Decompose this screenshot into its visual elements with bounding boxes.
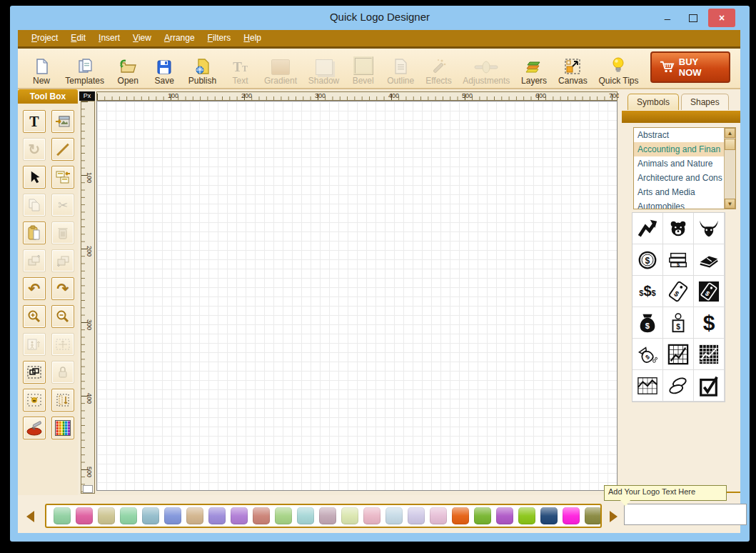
color-swatch[interactable]: [518, 507, 535, 524]
symbol-checkbox[interactable]: [694, 370, 725, 402]
toolbar-gradient-button[interactable]: Gradient: [265, 56, 297, 86]
scrollbar-thumb[interactable]: [725, 139, 735, 150]
color-swatch[interactable]: [385, 507, 403, 524]
tool-rotate[interactable]: ↻: [23, 138, 46, 161]
tool-fill-color[interactable]: [23, 417, 46, 439]
toolbar-layers-button[interactable]: Layers: [522, 56, 547, 86]
tool-lock[interactable]: [51, 361, 74, 384]
category-abstract[interactable]: Abstract: [634, 128, 735, 142]
color-swatch[interactable]: [363, 507, 380, 524]
symbol-coins[interactable]: [663, 370, 694, 402]
tool-line[interactable]: [51, 138, 74, 161]
tool-align-objects[interactable]: [51, 389, 74, 412]
category-accounting-finance[interactable]: Accounting and Finan: [634, 142, 735, 156]
symbol-cash-bundle[interactable]: [694, 244, 725, 276]
tool-redo[interactable]: ↷: [51, 277, 74, 300]
color-swatch[interactable]: [76, 507, 93, 524]
scroll-up-arrow[interactable]: ▲: [725, 128, 735, 138]
symbol-stock-chart[interactable]: [663, 339, 694, 370]
tool-marquee-select[interactable]: [23, 361, 46, 384]
color-swatch[interactable]: [496, 507, 513, 524]
swatch-scroll-left-arrow[interactable]: [26, 511, 34, 522]
color-swatch[interactable]: [408, 507, 425, 524]
toolbar-bevel-button[interactable]: Bevel: [351, 56, 376, 86]
symbol-price-tag[interactable]: $: [663, 276, 694, 307]
color-swatch[interactable]: [186, 507, 203, 524]
color-swatch[interactable]: [208, 507, 226, 524]
symbol-money-bag[interactable]: $: [632, 307, 663, 339]
maximize-button[interactable]: [682, 9, 704, 26]
tool-color-palette[interactable]: [51, 417, 74, 439]
color-swatch[interactable]: [253, 507, 270, 524]
buy-now-button[interactable]: BUY NOW: [650, 51, 730, 83]
close-button[interactable]: ×: [708, 9, 735, 27]
tool-delete[interactable]: [51, 221, 74, 244]
color-swatch[interactable]: [54, 507, 71, 524]
symbol-dollar-sign[interactable]: $: [694, 307, 725, 339]
menu-view[interactable]: View: [126, 30, 158, 46]
toolbar-outline-button[interactable]: Outline: [388, 56, 414, 86]
symbol-line-chart[interactable]: [632, 370, 663, 402]
category-scrollbar[interactable]: ▲ ▼: [724, 128, 735, 209]
toolbar-quick-tips-button[interactable]: Quick Tips: [599, 56, 638, 86]
tool-fit-object[interactable]: [23, 333, 46, 356]
color-swatch[interactable]: [319, 507, 336, 524]
color-swatch[interactable]: [563, 507, 580, 524]
symbol-growth-arrow[interactable]: [632, 213, 663, 244]
tool-copy[interactable]: [23, 194, 46, 216]
tool-send-backward[interactable]: [51, 249, 74, 272]
toolbar-save-button[interactable]: Save: [152, 56, 176, 86]
tab-shapes[interactable]: Shapes: [681, 94, 729, 110]
tool-bring-forward[interactable]: [23, 249, 46, 272]
color-swatch[interactable]: [474, 507, 491, 524]
tool-cut[interactable]: ✂: [51, 194, 74, 216]
tool-replace-image[interactable]: [51, 166, 74, 189]
color-swatch[interactable]: [430, 507, 447, 524]
tool-undo[interactable]: ↶: [23, 277, 46, 300]
symbol-coin[interactable]: $: [632, 244, 663, 276]
tool-zoom-out[interactable]: [51, 305, 74, 328]
color-swatch[interactable]: [585, 507, 602, 524]
menu-edit[interactable]: Edit: [64, 30, 92, 46]
color-swatch[interactable]: [142, 507, 159, 524]
scroll-down-arrow[interactable]: ▼: [725, 199, 735, 209]
menu-filters[interactable]: Filters: [201, 30, 238, 46]
symbol-bear[interactable]: [663, 213, 694, 244]
symbol-donation-box[interactable]: $: [663, 307, 694, 339]
category-animals-nature[interactable]: Animals and Nature: [634, 156, 735, 171]
toolbar-open-button[interactable]: Open: [116, 56, 140, 86]
tool-insert-image[interactable]: [51, 110, 74, 133]
swatch-scroll-right-arrow[interactable]: [610, 511, 618, 522]
toolbar-text-button[interactable]: TT Text: [228, 56, 253, 86]
color-swatch[interactable]: [275, 507, 292, 524]
menu-arrange[interactable]: Arrange: [158, 30, 201, 46]
symbol-price-tag-filled[interactable]: $: [694, 276, 725, 307]
color-swatch[interactable]: [297, 507, 314, 524]
menu-project[interactable]: Project: [25, 30, 64, 46]
color-swatch[interactable]: [98, 507, 115, 524]
toolbar-effects-button[interactable]: Effects: [426, 56, 452, 86]
color-swatch[interactable]: [120, 507, 137, 524]
category-automobiles[interactable]: Automobiles: [634, 199, 735, 209]
tab-symbols[interactable]: Symbols: [628, 94, 679, 110]
logo-text-input[interactable]: [624, 504, 747, 525]
symbol-money-bag-tilted[interactable]: $: [632, 339, 663, 370]
tool-effects-select[interactable]: [23, 389, 46, 412]
symbol-bull[interactable]: [694, 213, 725, 244]
menu-help[interactable]: Help: [237, 30, 268, 46]
color-swatch[interactable]: [452, 507, 469, 524]
menu-insert[interactable]: Insert: [92, 30, 126, 46]
color-swatch[interactable]: [341, 507, 358, 524]
toolbar-new-button[interactable]: New: [29, 56, 54, 86]
symbol-dollar-signs[interactable]: $$$: [632, 276, 663, 307]
minimize-button[interactable]: –: [657, 9, 678, 26]
color-swatch[interactable]: [231, 507, 248, 524]
category-architecture[interactable]: Architecture and Cons: [634, 171, 735, 185]
tool-text[interactable]: T: [23, 110, 46, 133]
toolbar-templates-button[interactable]: Templates: [66, 56, 104, 86]
tool-fit-canvas[interactable]: [51, 333, 74, 356]
color-swatch[interactable]: [540, 507, 558, 524]
color-swatch[interactable]: [164, 507, 181, 524]
tool-select[interactable]: [23, 166, 46, 189]
design-canvas[interactable]: [96, 101, 618, 491]
